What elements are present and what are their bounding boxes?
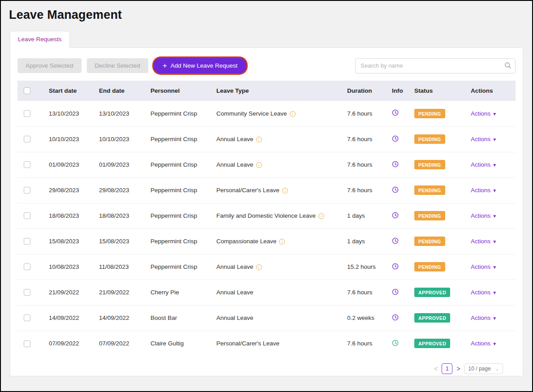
column-header-duration: Duration xyxy=(344,81,388,101)
leave-type-cell: Annual Leavei xyxy=(213,152,344,177)
row-checkbox[interactable] xyxy=(24,314,30,321)
actions-label: Actions xyxy=(471,340,490,347)
actions-dropdown[interactable]: Actions▼ xyxy=(471,340,497,347)
actions-dropdown[interactable]: Actions▼ xyxy=(471,314,497,321)
duration-cell: 7.6 hours xyxy=(344,152,388,177)
end-date-cell: 07/09/2022 xyxy=(95,331,147,356)
toolbar: Approve Selected Decline Selected + Add … xyxy=(17,58,516,73)
clock-icon[interactable] xyxy=(392,314,399,322)
start-date-cell: 15/08/2023 xyxy=(45,228,95,254)
column-header-actions: Actions xyxy=(467,81,516,101)
row-checkbox[interactable] xyxy=(24,340,30,347)
table-row: 01/09/2023 01/09/2023 Peppermint Crisp A… xyxy=(17,152,516,177)
row-checkbox[interactable] xyxy=(24,187,30,194)
pagination-page-1[interactable]: 1 xyxy=(442,363,452,374)
search-icon[interactable] xyxy=(504,62,512,71)
row-checkbox[interactable] xyxy=(24,212,30,219)
leave-type-cell: Annual Leavei xyxy=(213,254,344,280)
leave-type-cell: Family and Domestic Violence Leavei xyxy=(213,203,344,228)
info-cell xyxy=(388,101,411,126)
actions-label: Actions xyxy=(471,161,490,168)
end-date-cell: 18/08/2023 xyxy=(95,203,147,228)
row-checkbox[interactable] xyxy=(24,161,30,168)
leave-type-cell: Community Service Leavei xyxy=(213,101,344,126)
status-cell: PENDING xyxy=(411,152,467,177)
actions-dropdown[interactable]: Actions▼ xyxy=(471,110,497,117)
actions-label: Actions xyxy=(471,110,490,117)
info-cell xyxy=(388,126,411,152)
pagination-prev-button[interactable]: < xyxy=(434,365,438,372)
caret-down-icon: ▼ xyxy=(492,137,497,142)
tab-leave-requests[interactable]: Leave Requests xyxy=(10,31,70,48)
page-size-select[interactable]: 10 / page ⌄ xyxy=(464,363,503,374)
actions-label: Actions xyxy=(471,238,490,245)
actions-dropdown[interactable]: Actions▼ xyxy=(471,136,497,142)
decline-selected-button[interactable]: Decline Selected xyxy=(87,58,148,73)
caret-down-icon: ▼ xyxy=(492,341,497,346)
duration-cell: 7.6 hours xyxy=(344,280,388,305)
leave-type-cell: Personal/Carer's Leavei xyxy=(213,177,344,203)
table-row: 21/09/2022 21/09/2022 Cherry Pie Annual … xyxy=(17,280,516,305)
end-date-cell: 15/08/2023 xyxy=(95,228,147,254)
row-checkbox[interactable] xyxy=(24,238,30,245)
add-new-leave-request-button[interactable]: + Add New Leave Request xyxy=(154,58,246,73)
actions-dropdown[interactable]: Actions▼ xyxy=(471,212,497,219)
status-cell: PENDING xyxy=(411,228,467,254)
actions-dropdown[interactable]: Actions▼ xyxy=(471,161,497,168)
select-all-checkbox[interactable] xyxy=(24,87,30,94)
clock-icon[interactable] xyxy=(392,186,399,194)
personnel-cell: Peppermint Crisp xyxy=(147,177,213,203)
table-row: 14/09/2022 14/09/2022 Boost Bar Annual L… xyxy=(17,305,516,331)
info-icon[interactable]: i xyxy=(256,137,262,142)
actions-label: Actions xyxy=(471,187,490,194)
clock-icon[interactable] xyxy=(392,135,399,143)
actions-dropdown[interactable]: Actions▼ xyxy=(471,187,497,194)
end-date-cell: 13/10/2023 xyxy=(95,101,147,126)
caret-down-icon: ▼ xyxy=(492,112,497,116)
row-checkbox[interactable] xyxy=(24,110,30,117)
end-date-cell: 01/09/2023 xyxy=(95,152,147,177)
page-title: Leave Management xyxy=(9,8,532,22)
actions-cell: Actions▼ xyxy=(467,331,516,356)
start-date-cell: 01/09/2023 xyxy=(45,152,95,177)
info-icon[interactable]: i xyxy=(279,239,285,245)
duration-cell: 1 days xyxy=(344,228,388,254)
actions-dropdown[interactable]: Actions▼ xyxy=(471,289,497,296)
chevron-down-icon: ⌄ xyxy=(495,366,499,371)
actions-label: Actions xyxy=(471,263,490,270)
table-body: 13/10/2023 13/10/2023 Peppermint Crisp C… xyxy=(17,101,516,356)
actions-dropdown[interactable]: Actions▼ xyxy=(471,263,497,270)
caret-down-icon: ▼ xyxy=(492,188,497,193)
clock-icon[interactable] xyxy=(392,340,399,348)
search-input[interactable] xyxy=(355,58,516,73)
status-cell: PENDING xyxy=(411,254,467,280)
info-icon[interactable]: i xyxy=(256,162,262,168)
search-container xyxy=(355,58,516,73)
leave-type-cell: Annual Leavei xyxy=(213,126,344,152)
info-icon[interactable]: i xyxy=(282,188,288,194)
info-icon[interactable]: i xyxy=(318,213,324,219)
clock-icon[interactable] xyxy=(392,263,399,271)
info-cell xyxy=(388,177,411,203)
row-checkbox[interactable] xyxy=(24,263,30,270)
approve-selected-button[interactable]: Approve Selected xyxy=(17,58,82,73)
column-header-end-date: End date xyxy=(95,81,147,101)
caret-down-icon: ▼ xyxy=(492,316,497,321)
end-date-cell: 29/08/2023 xyxy=(95,177,147,203)
info-cell xyxy=(388,305,411,331)
clock-icon[interactable] xyxy=(392,212,399,220)
row-checkbox[interactable] xyxy=(24,289,30,296)
table-row: 18/08/2023 18/08/2023 Peppermint Crisp F… xyxy=(17,203,516,228)
clock-icon[interactable] xyxy=(392,237,399,246)
info-icon[interactable]: i xyxy=(290,111,296,117)
clock-icon[interactable] xyxy=(392,109,399,117)
column-header-info: Info xyxy=(388,81,411,101)
clock-icon[interactable] xyxy=(392,161,399,169)
leave-requests-table: Start date End date Personnel Leave Type… xyxy=(17,81,516,356)
clock-icon[interactable] xyxy=(392,289,399,297)
actions-dropdown[interactable]: Actions▼ xyxy=(471,238,497,245)
row-checkbox[interactable] xyxy=(24,136,30,142)
pagination-next-button[interactable]: > xyxy=(456,365,460,372)
info-icon[interactable]: i xyxy=(256,264,262,270)
leave-type-label: Annual Leave xyxy=(216,161,254,168)
